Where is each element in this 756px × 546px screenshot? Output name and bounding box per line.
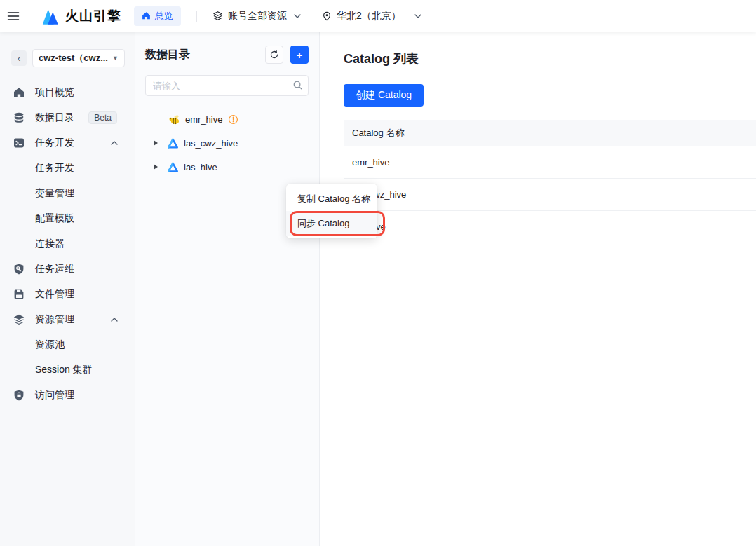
- sidebar-item-task-development[interactable]: 任务开发: [0, 156, 135, 181]
- tree-item-label: emr_hive: [185, 114, 222, 125]
- menu-item-sync-catalog[interactable]: 同步 Catalog: [286, 211, 377, 236]
- cell-catalog-name: emr_hive: [352, 157, 389, 168]
- tree-item-emr-hive[interactable]: emr_hive: [135, 107, 319, 131]
- tree-item-label: las_cwz_hive: [184, 138, 238, 149]
- table-row[interactable]: las_cwz_hive: [344, 179, 756, 211]
- beta-badge: Beta: [88, 111, 117, 124]
- hive-icon: [168, 114, 180, 125]
- sidebar-item-variable-management[interactable]: 变量管理: [0, 181, 135, 206]
- home-icon: [13, 86, 25, 99]
- layers-icon: [212, 11, 223, 21]
- layers-icon: [13, 313, 25, 326]
- plus-icon: +: [297, 50, 303, 60]
- sidebar-group-task-development[interactable]: 任务开发: [0, 130, 135, 156]
- page-title: Catalog 列表: [344, 50, 756, 67]
- las-icon: [167, 137, 179, 149]
- warning-icon: [228, 114, 238, 125]
- sidebar-item-label: 文件管理: [35, 288, 74, 301]
- top-bar: 火山引擎 总览 账号全部资源 华北2（北京）: [0, 0, 756, 32]
- catalog-list-page: Catalog 列表 创建 Catalog Catalog 名称 emr_hiv…: [320, 32, 756, 546]
- sidebar-item-label: 配置模版: [35, 212, 74, 225]
- hamburger-menu-icon[interactable]: [0, 9, 27, 23]
- catalog-table: Catalog 名称 emr_hive las_cwz_hive las_hiv…: [344, 120, 756, 243]
- sidebar-item-label: 任务开发: [35, 162, 74, 175]
- overview-label: 总览: [155, 10, 173, 22]
- tree-item-label: las_hive: [184, 162, 217, 172]
- region-label: 华北2（北京）: [337, 10, 401, 22]
- save-icon: [13, 288, 25, 301]
- sidebar-item-label: Session 集群: [35, 364, 93, 376]
- table-row[interactable]: las_hive: [344, 211, 756, 243]
- search-icon: [292, 80, 303, 90]
- create-catalog-button[interactable]: 创建 Catalog: [344, 84, 424, 107]
- sidebar-item-resource-pool[interactable]: 资源池: [0, 332, 135, 357]
- brand-name: 火山引擎: [65, 7, 121, 25]
- sidebar-item-file-management[interactable]: 文件管理: [0, 282, 135, 307]
- refresh-button[interactable]: [265, 46, 283, 64]
- expand-caret-icon[interactable]: [154, 140, 158, 146]
- sidebar-item-project-overview[interactable]: 项目概览: [0, 80, 135, 105]
- table-header: Catalog 名称: [344, 120, 756, 146]
- chevron-up-icon: [111, 141, 118, 145]
- chevron-up-icon: [111, 318, 118, 322]
- terminal-icon: [13, 137, 25, 149]
- data-catalog-panel: 数据目录 + emr_hive: [135, 32, 320, 546]
- sidebar: ‹ cwz-test（cwz... ▼ 项目概览 数据目录 Beta: [0, 32, 135, 546]
- las-icon: [167, 161, 179, 173]
- sidebar-nav: 项目概览 数据目录 Beta 任务开发 任务开发 变量管理 配置模版: [0, 80, 135, 408]
- sidebar-item-access-management[interactable]: 访问管理: [0, 383, 135, 408]
- catalog-tree: emr_hive las_cwz_hive las_hive: [135, 107, 319, 179]
- volcengine-logo[interactable]: 火山引擎: [41, 7, 121, 25]
- table-row[interactable]: emr_hive: [344, 146, 756, 179]
- account-scope-label: 账号全部资源: [228, 10, 287, 22]
- home-icon: [142, 11, 151, 20]
- sidebar-item-label: 资源管理: [35, 313, 74, 326]
- sidebar-item-label: 任务运维: [35, 263, 74, 275]
- sidebar-item-label: 变量管理: [35, 187, 74, 200]
- project-selector-row: ‹ cwz-test（cwz... ▼: [0, 32, 135, 67]
- project-selector[interactable]: cwz-test（cwz... ▼: [32, 49, 125, 67]
- sidebar-item-label: 数据目录: [35, 111, 74, 124]
- expand-caret-icon[interactable]: [154, 164, 158, 170]
- database-icon: [13, 111, 25, 124]
- sidebar-item-task-ops[interactable]: 任务运维: [0, 257, 135, 282]
- divider: [196, 11, 197, 22]
- shield-wrench-icon: [13, 263, 25, 275]
- sidebar-item-config-template[interactable]: 配置模版: [0, 206, 135, 231]
- panel-title: 数据目录: [145, 48, 265, 62]
- account-scope-dropdown[interactable]: 账号全部资源: [212, 10, 301, 22]
- sidebar-item-label: 任务开发: [35, 137, 74, 149]
- sidebar-item-label: 资源池: [35, 339, 65, 351]
- sidebar-item-session-cluster[interactable]: Session 集群: [0, 357, 135, 383]
- search-input[interactable]: [145, 75, 309, 96]
- context-menu: 复制 Catalog 名称 同步 Catalog: [286, 184, 377, 238]
- collapse-sidebar-button[interactable]: ‹: [11, 50, 27, 66]
- sidebar-item-data-catalog[interactable]: 数据目录 Beta: [0, 105, 135, 130]
- column-catalog-name: Catalog 名称: [352, 127, 404, 139]
- tree-item-las-cwz-hive[interactable]: las_cwz_hive: [135, 131, 319, 155]
- sidebar-item-label: 访问管理: [35, 389, 74, 402]
- catalog-search: [145, 75, 309, 96]
- tree-item-las-hive[interactable]: las_hive: [135, 155, 319, 179]
- shield-lock-icon: [13, 389, 25, 402]
- menu-item-copy-catalog-name[interactable]: 复制 Catalog 名称: [286, 186, 377, 211]
- sidebar-item-label: 项目概览: [35, 86, 74, 99]
- sidebar-group-resource-management[interactable]: 资源管理: [0, 307, 135, 332]
- chevron-left-icon: ‹: [18, 53, 21, 64]
- app-root: 火山引擎 总览 账号全部资源 华北2（北京）: [0, 0, 756, 546]
- project-name: cwz-test（cwz...: [39, 52, 109, 64]
- dropdown-triangle-icon: ▼: [112, 55, 119, 62]
- sidebar-item-label: 连接器: [35, 238, 65, 250]
- chevron-down-icon: [414, 14, 421, 18]
- location-pin-icon: [322, 11, 332, 21]
- region-dropdown[interactable]: 华北2（北京）: [322, 10, 421, 22]
- mountain-logo-icon: [41, 7, 60, 25]
- overview-tab[interactable]: 总览: [134, 6, 181, 26]
- chevron-down-icon: [294, 14, 301, 18]
- add-catalog-button[interactable]: +: [290, 46, 309, 64]
- sidebar-item-connector[interactable]: 连接器: [0, 231, 135, 257]
